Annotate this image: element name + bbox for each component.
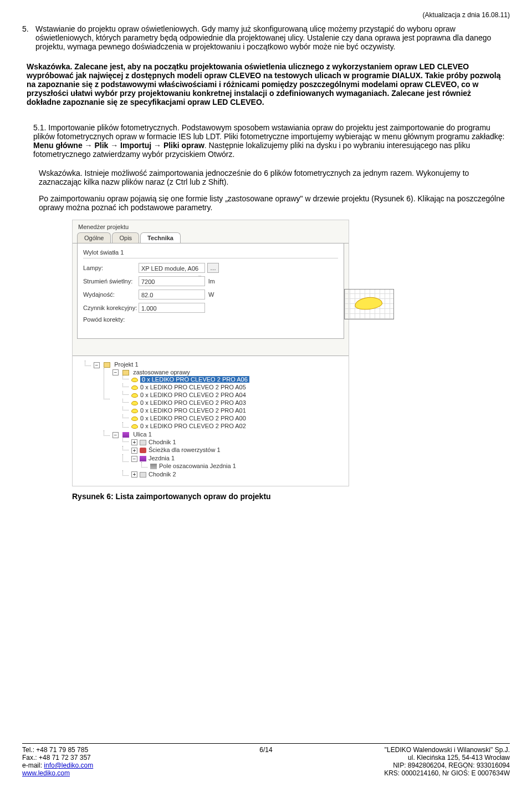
- tab-description[interactable]: Opis: [112, 232, 139, 243]
- tree-sidewalk-2[interactable]: +Chodnik 2: [122, 470, 346, 479]
- tree-root[interactable]: − Projekt 1 − zastosowane oprawy 0 x LED…: [85, 361, 346, 479]
- footer-tel: Tel.: +48 71 79 85 785: [22, 746, 185, 754]
- footer-email-label: e-mail:: [22, 762, 44, 769]
- figure-caption: Rysunek 6: Lista zaimportowanych opraw d…: [72, 492, 510, 501]
- footer-web-link[interactable]: www.lediko.com: [22, 769, 70, 777]
- row-flux: Strumień świetlny: 7200 lm: [83, 276, 338, 286]
- project-tree: − Projekt 1 − zastosowane oprawy 0 x LED…: [73, 356, 349, 486]
- tree-lamp-item[interactable]: 0 x LEDIKO PRO CLEVEO 2 PRO A00: [122, 414, 346, 422]
- sidewalk-icon: [140, 472, 146, 478]
- footer-right: "LEDIKO Walendowski i Wilanowski" Sp.J. …: [347, 746, 510, 777]
- hint-paragraph: Wskazówka. Zalecane jest, aby na początk…: [27, 62, 505, 106]
- page-footer: Tel.: +48 71 79 85 785 Fax.: +48 71 72 3…: [22, 743, 510, 777]
- factor-label: Czynnik korekcyjny:: [83, 304, 139, 311]
- tree-used-luminaires[interactable]: − zastosowane oprawy 0 x LEDIKO PRO CLEV…: [104, 368, 346, 431]
- tabs-row: Ogólne Opis Technika: [73, 232, 349, 243]
- factor-input[interactable]: 1.000: [139, 303, 205, 313]
- lamp-list: 0 x LEDIKO PRO CLEVEO 2 PRO A060 x LEDIK…: [112, 375, 346, 430]
- row-factor: Czynnik korekcyjny: 1.000: [83, 303, 338, 313]
- footer-email-link[interactable]: info@lediko.com: [44, 762, 93, 769]
- sidewalk-icon: [140, 440, 146, 445]
- folder-icon: [104, 362, 110, 368]
- lamp-browse-button[interactable]: …: [207, 263, 219, 273]
- project-manager-title: Menedżer projektu: [73, 220, 349, 232]
- header-update-date: (Aktualizacja z dnia 16.08.11): [22, 11, 510, 19]
- reason-label: Powód korekty:: [83, 316, 139, 323]
- lamp-icon: [131, 409, 138, 413]
- photometry-preview: [344, 289, 394, 319]
- tree-sidewalk-1[interactable]: +Chodnik 1: [122, 438, 346, 446]
- street-icon: [122, 432, 129, 438]
- tree-lamp-item[interactable]: 0 x LEDIKO PRO CLEVEO 2 PRO A02: [122, 422, 346, 430]
- footer-address: ul. Klecińska 125, 54-413 Wrocław: [347, 754, 510, 762]
- footer-center: 6/14: [185, 746, 347, 777]
- lamp-icon: [131, 417, 138, 421]
- expand-icon[interactable]: +: [131, 471, 137, 478]
- section-5-body: Wstawianie do projektu opraw oświetlenio…: [35, 24, 510, 51]
- subsection-5-1-para2: Wskazówka. Istnieje możliwość zaimportow…: [39, 169, 510, 186]
- collapse-icon[interactable]: −: [94, 362, 100, 368]
- collapse-icon[interactable]: −: [112, 432, 119, 438]
- row-lamp: Lampy: XP LED module, A06 a▼ …: [83, 263, 338, 273]
- footer-company: "LEDIKO Walendowski i Wilanowski" Sp.J.: [347, 746, 510, 754]
- subsection-5-1: 5.1. Importowanie plików fotometrycznych…: [33, 123, 510, 159]
- section-5-number: 5.: [22, 24, 35, 51]
- flux-input[interactable]: 7200: [139, 276, 205, 286]
- pole-icon: [150, 464, 157, 469]
- power-label: Wydajność:: [83, 291, 139, 298]
- light-output-group: Wylot światła 1: [83, 247, 338, 258]
- tree-lamp-item[interactable]: 0 x LEDIKO PRO CLEVEO 2 PRO A05: [122, 383, 346, 391]
- technique-panel: Wylot światła 1 Lampy: XP LED module, A0…: [77, 243, 344, 339]
- subsection-5-1-number: 5.1.: [33, 123, 46, 132]
- roadway-icon: [140, 456, 146, 461]
- tree-bikepath[interactable]: +Ścieżka dla rowerzystów 1: [122, 446, 346, 454]
- subsection-5-1-para3: Po zaimportowaniu opraw pojawią się one …: [39, 194, 510, 212]
- row-power: Wydajność: 82.0 W: [83, 290, 338, 299]
- subsection-5-1-menu-path: Menu główne → Plik → Importuj → Pliki op…: [33, 141, 204, 150]
- section-5: 5. Wstawianie do projektu opraw oświetle…: [22, 24, 510, 51]
- footer-krs: KRS: 0000214160, Nr GIOŚ: E 0007634W: [347, 769, 510, 777]
- tree-roadway[interactable]: −Jezdnia 1 Pole oszacowania Jezdnia 1: [122, 454, 346, 470]
- page-number: 6/14: [185, 746, 347, 754]
- power-unit: W: [208, 291, 225, 298]
- footer-left: Tel.: +48 71 79 85 785 Fax.: +48 71 72 3…: [22, 746, 185, 777]
- subsection-5-1-text-a: Importowanie plików fotometrycznych. Pod…: [33, 123, 504, 141]
- footer-fax: Fax.: +48 71 72 37 357: [22, 754, 185, 762]
- tree-street[interactable]: − Ulica 1 +Chodnik 1 +Ścieżka dla rowerz…: [104, 430, 346, 479]
- lamp-icon: [131, 385, 138, 390]
- footer-nip: NIP: 8942806204, REGON: 933016094: [347, 762, 510, 769]
- tree-lamp-item[interactable]: 0 x LEDIKO PRO CLEVEO 2 PRO A03: [122, 399, 346, 407]
- flux-unit: lm: [208, 278, 225, 285]
- tab-general[interactable]: Ogólne: [77, 232, 111, 243]
- tree-lamp-item[interactable]: 0 x LEDIKO PRO CLEVEO 2 PRO A01: [122, 407, 346, 414]
- power-input[interactable]: 82.0: [139, 290, 205, 299]
- collapse-icon[interactable]: −: [112, 369, 119, 375]
- bikepath-icon: [140, 448, 146, 453]
- expand-icon[interactable]: +: [131, 448, 137, 454]
- tree-pole-field[interactable]: Pole oszacowania Jezdnia 1: [141, 462, 346, 470]
- expand-icon[interactable]: +: [131, 439, 137, 445]
- photometry-blob-icon: [354, 296, 383, 311]
- tab-technique[interactable]: Technika: [140, 232, 181, 243]
- lamp-label: Lampy:: [83, 265, 139, 271]
- lamp-icon: [131, 424, 138, 429]
- dialux-screenshot: Menedżer projektu Ogólne Opis Technika W…: [72, 220, 349, 486]
- lamp-dropdown[interactable]: XP LED module, A06 a▼: [139, 263, 205, 273]
- flux-label: Strumień świetlny:: [83, 278, 139, 285]
- folder-icon: [122, 370, 129, 375]
- tree-lamp-item[interactable]: 0 x LEDIKO PRO CLEVEO 2 PRO A06: [122, 375, 346, 383]
- collapse-icon[interactable]: −: [131, 456, 137, 462]
- lamp-icon: [131, 393, 138, 398]
- lamp-icon: [131, 378, 138, 382]
- row-reason: Powód korekty:: [83, 316, 338, 323]
- lamp-icon: [131, 401, 138, 405]
- tree-lamp-item[interactable]: 0 x LEDIKO PRO CLEVEO 2 PRO A04: [122, 391, 346, 399]
